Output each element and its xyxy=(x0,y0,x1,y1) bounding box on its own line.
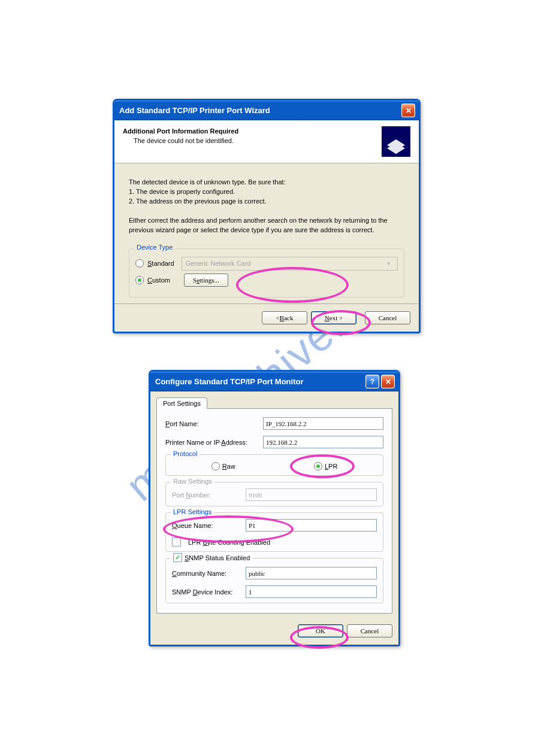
snmp-index-label: SNMP Device Index: xyxy=(172,588,241,596)
tab-panel: Port Name: IP_192.168.2.2 Printer Name o… xyxy=(156,408,392,614)
settings-button[interactable]: Settings... xyxy=(184,274,228,287)
lpr-byte-counting-label: LPR Byte Counting Enabled xyxy=(188,539,270,546)
lpr-settings-group: LPR Settings Queue Name: P1 LPR Byte Cou… xyxy=(165,512,383,552)
snmp-group: SNMP Status Enabled Community Name: publ… xyxy=(165,558,383,603)
next-button[interactable]: Next > xyxy=(311,311,356,324)
printer-address-input[interactable]: 192.168.2.2 xyxy=(263,436,383,448)
wizard-dialog: Add Standard TCP/IP Printer Port Wizard … xyxy=(113,99,421,333)
raw-settings-group: Raw Settings Port Number: 9100 xyxy=(165,482,383,506)
close-icon[interactable]: ✕ xyxy=(381,375,395,388)
wizard-header: Additional Port Information Required The… xyxy=(114,120,419,163)
queue-name-label: Queue Name: xyxy=(172,522,241,529)
community-name-label: Community Name: xyxy=(172,570,241,577)
wizard-header-subtitle: The device could not be identified. xyxy=(123,137,238,144)
device-dropdown: Generic Network Card ▾ xyxy=(182,257,398,271)
printer-address-label: Printer Name or IP Address: xyxy=(165,439,258,446)
lpr-byte-counting-checkbox[interactable] xyxy=(172,538,181,546)
close-icon[interactable]: ✕ xyxy=(401,104,415,117)
ok-button[interactable]: OK xyxy=(298,624,343,637)
port-number-label: Port Number: xyxy=(172,491,241,499)
device-type-legend: Device Type xyxy=(134,244,175,251)
raw-radio-label: Raw xyxy=(222,463,235,470)
port-monitor-titlebar[interactable]: Configure Standard TCP/IP Port Monitor ?… xyxy=(150,372,398,391)
wizard-title-text: Add Standard TCP/IP Printer Port Wizard xyxy=(119,106,270,115)
standard-radio-label: Standard xyxy=(147,260,174,267)
wizard-header-title: Additional Port Information Required xyxy=(123,127,238,135)
wizard-body-text: The detected device is of unknown type. … xyxy=(129,178,404,235)
queue-name-input[interactable]: P1 xyxy=(246,519,377,532)
device-type-group: Device Type Standard Generic Network Car… xyxy=(129,248,404,297)
raw-radio[interactable] xyxy=(211,462,220,470)
custom-radio[interactable] xyxy=(135,276,144,284)
port-monitor-dialog: Configure Standard TCP/IP Port Monitor ?… xyxy=(149,370,400,646)
custom-radio-label: Custom xyxy=(147,277,180,284)
port-monitor-title-text: Configure Standard TCP/IP Port Monitor xyxy=(155,377,303,386)
port-name-input[interactable]: IP_192.168.2.2 xyxy=(263,417,383,430)
snmp-enabled-checkbox[interactable] xyxy=(173,553,182,562)
snmp-enabled-label: SNMP Status Enabled xyxy=(185,554,250,561)
back-button[interactable]: < Back xyxy=(262,311,307,324)
snmp-index-input[interactable]: 1 xyxy=(246,585,377,598)
lpr-settings-legend: LPR Settings xyxy=(171,508,214,515)
printer-icon xyxy=(382,126,410,157)
tab-port-settings[interactable]: Port Settings xyxy=(156,397,207,409)
help-icon[interactable]: ? xyxy=(365,375,379,388)
cancel-button[interactable]: Cancel xyxy=(347,624,392,637)
cancel-button[interactable]: Cancel xyxy=(365,311,410,324)
lpr-radio[interactable] xyxy=(314,462,322,470)
protocol-legend: Protocol xyxy=(171,450,200,457)
protocol-group: Protocol Raw LPR xyxy=(165,454,383,476)
standard-radio[interactable] xyxy=(135,259,144,268)
chevron-down-icon: ▾ xyxy=(383,259,394,269)
community-name-input[interactable]: public xyxy=(246,567,377,579)
port-name-label: Port Name: xyxy=(165,420,258,427)
wizard-titlebar[interactable]: Add Standard TCP/IP Printer Port Wizard … xyxy=(114,101,419,120)
raw-settings-legend: Raw Settings xyxy=(171,478,214,485)
lpr-radio-label: LPR xyxy=(325,463,337,470)
port-number-input: 9100 xyxy=(246,488,377,501)
